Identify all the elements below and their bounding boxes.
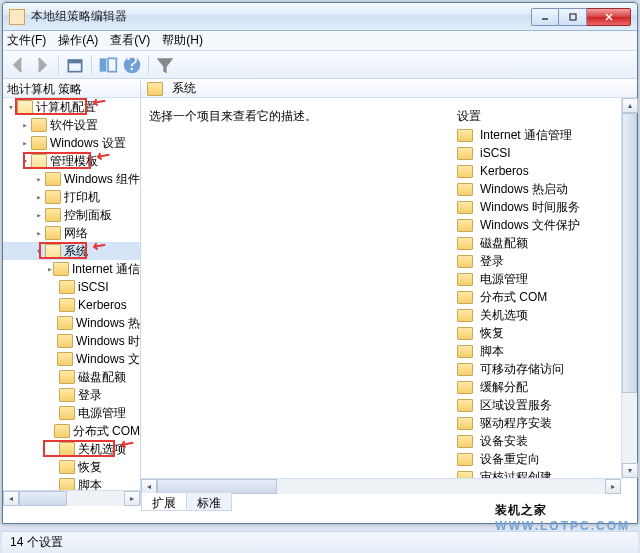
scroll-track[interactable] <box>277 479 605 494</box>
scroll-thumb[interactable] <box>19 491 67 506</box>
forward-button[interactable] <box>31 54 53 76</box>
tree-hscrollbar[interactable]: ◂ ▸ <box>3 490 140 506</box>
tree-item[interactable]: Windows 热 <box>3 314 140 332</box>
tree-item[interactable]: ▸打印机 <box>3 188 140 206</box>
tree-item[interactable]: ▸控制面板 <box>3 206 140 224</box>
detail-hscrollbar[interactable]: ◂ ▸ <box>141 478 621 494</box>
tree-header[interactable]: 地计算机 策略 <box>3 80 140 98</box>
tree-item[interactable]: Windows 文 <box>3 350 140 368</box>
tree-item[interactable]: ▸Windows 组件 <box>3 170 140 188</box>
list-item-label: 审核过程创建 <box>480 469 552 479</box>
list-item[interactable]: 设备重定向 <box>457 450 619 468</box>
tree-item[interactable]: ▸网络 <box>3 224 140 242</box>
menu-action[interactable]: 操作(A) <box>58 32 98 49</box>
expand-icon[interactable]: ▸ <box>19 120 31 130</box>
list-item-label: 驱动程序安装 <box>480 415 552 432</box>
expand-icon[interactable]: ▾ <box>19 156 31 166</box>
column-header-setting[interactable]: 设置 <box>457 108 481 125</box>
description-text: 选择一个项目来查看它的描述。 <box>149 108 317 125</box>
tree-body[interactable]: ▾计算机配置▸软件设置▸Windows 设置▾管理模板▸Windows 组件▸打… <box>3 98 140 490</box>
tree-item[interactable]: 脚本 <box>3 476 140 490</box>
tree-item[interactable]: iSCSI <box>3 278 140 296</box>
folder-icon <box>59 370 75 384</box>
minimize-button[interactable] <box>531 8 559 26</box>
tree-item[interactable]: ▾计算机配置 <box>3 98 140 116</box>
list-item[interactable]: Windows 文件保护 <box>457 216 619 234</box>
tree-item[interactable]: ▾系统 <box>3 242 140 260</box>
list-item[interactable]: Kerberos <box>457 162 619 180</box>
expand-icon[interactable]: ▸ <box>33 174 45 184</box>
list-item[interactable]: 缓解分配 <box>457 378 619 396</box>
list-item[interactable]: 审核过程创建 <box>457 468 619 478</box>
tree-item[interactable]: 分布式 COM <box>3 422 140 440</box>
show-hide-button[interactable] <box>97 54 119 76</box>
menu-file[interactable]: 文件(F) <box>7 32 46 49</box>
scroll-right-icon[interactable]: ▸ <box>124 491 140 506</box>
tree-item[interactable]: Kerberos <box>3 296 140 314</box>
scroll-left-icon[interactable]: ◂ <box>141 479 157 494</box>
scroll-right-icon[interactable]: ▸ <box>605 479 621 494</box>
tree-item-label: Internet 通信 <box>72 261 140 278</box>
tree-item[interactable]: Windows 时 <box>3 332 140 350</box>
list-item[interactable]: 可移动存储访问 <box>457 360 619 378</box>
tree-item[interactable]: ▸软件设置 <box>3 116 140 134</box>
scroll-track[interactable] <box>622 113 637 463</box>
filter-button[interactable] <box>154 54 176 76</box>
tree-item[interactable]: 登录 <box>3 386 140 404</box>
list-item[interactable]: iSCSI <box>457 144 619 162</box>
help-icon[interactable]: ? <box>121 54 143 76</box>
status-text: 14 个设置 <box>10 534 63 551</box>
tree-item[interactable]: ▸Windows 设置 <box>3 134 140 152</box>
list-item[interactable]: 登录 <box>457 252 619 270</box>
close-button[interactable] <box>587 8 631 26</box>
titlebar[interactable]: 本地组策略编辑器 <box>3 3 637 31</box>
folder-icon <box>457 327 473 340</box>
tree-item[interactable]: ▾管理模板 <box>3 152 140 170</box>
scroll-track[interactable] <box>67 491 124 506</box>
list-item[interactable]: 恢复 <box>457 324 619 342</box>
expand-icon[interactable]: ▸ <box>19 138 31 148</box>
expand-icon[interactable]: ▾ <box>5 102 17 112</box>
list-item[interactable]: 关机选项 <box>457 306 619 324</box>
maximize-button[interactable] <box>559 8 587 26</box>
tree-item-label: 分布式 COM <box>73 423 140 440</box>
vscrollbar[interactable]: ▴ ▾ <box>621 98 637 478</box>
tab-standard[interactable]: 标准 <box>186 493 232 511</box>
tree-item[interactable]: 磁盘配额 <box>3 368 140 386</box>
list-item[interactable]: Internet 通信管理 <box>457 126 619 144</box>
tab-extended[interactable]: 扩展 <box>141 493 187 511</box>
tree-item[interactable]: 关机选项 <box>3 440 140 458</box>
list-item[interactable]: 磁盘配额 <box>457 234 619 252</box>
tree-item[interactable]: ▸Internet 通信 <box>3 260 140 278</box>
tree-item[interactable]: 恢复 <box>3 458 140 476</box>
folder-icon <box>457 255 473 268</box>
expand-icon[interactable]: ▸ <box>33 192 45 202</box>
scroll-up-icon[interactable]: ▴ <box>622 98 638 113</box>
scroll-thumb[interactable] <box>622 113 637 393</box>
scroll-thumb[interactable] <box>157 479 277 494</box>
settings-list[interactable]: Internet 通信管理iSCSIKerberosWindows 热启动Win… <box>457 126 619 478</box>
list-item[interactable]: Windows 时间服务 <box>457 198 619 216</box>
menu-view[interactable]: 查看(V) <box>110 32 150 49</box>
list-item-label: Windows 时间服务 <box>480 199 580 216</box>
folder-icon <box>457 435 473 448</box>
folder-icon <box>59 478 75 490</box>
list-item[interactable]: 脚本 <box>457 342 619 360</box>
toolbar-separator <box>58 55 59 75</box>
list-item[interactable]: 设备安装 <box>457 432 619 450</box>
list-item[interactable]: 区域设置服务 <box>457 396 619 414</box>
expand-icon[interactable]: ▾ <box>33 246 45 256</box>
expand-icon[interactable]: ▸ <box>33 210 45 220</box>
folder-icon <box>457 453 473 466</box>
expand-icon[interactable]: ▸ <box>33 228 45 238</box>
back-button[interactable] <box>7 54 29 76</box>
scroll-left-icon[interactable]: ◂ <box>3 491 19 506</box>
list-item[interactable]: 驱动程序安装 <box>457 414 619 432</box>
list-item[interactable]: Windows 热启动 <box>457 180 619 198</box>
menu-help[interactable]: 帮助(H) <box>162 32 203 49</box>
list-item[interactable]: 电源管理 <box>457 270 619 288</box>
up-button[interactable] <box>64 54 86 76</box>
scroll-down-icon[interactable]: ▾ <box>622 463 638 478</box>
tree-item[interactable]: 电源管理 <box>3 404 140 422</box>
list-item[interactable]: 分布式 COM <box>457 288 619 306</box>
